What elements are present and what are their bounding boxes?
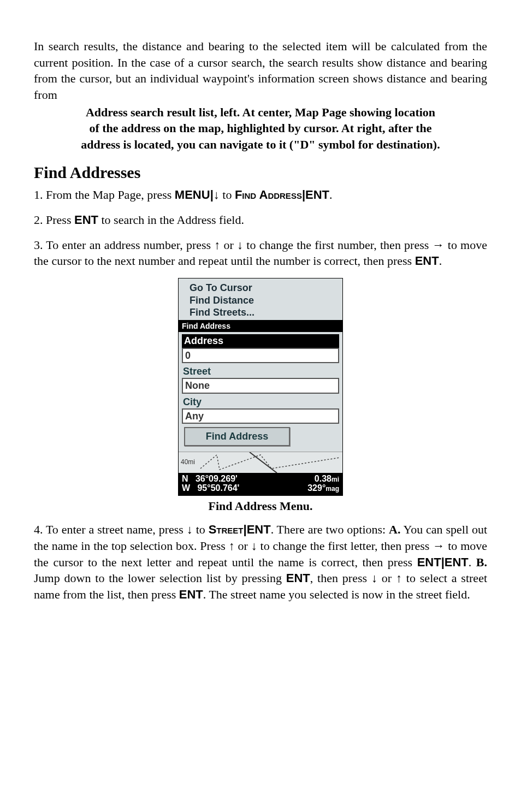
lon-label: W	[182, 483, 190, 493]
ent-key: ENT	[247, 523, 271, 536]
step-1: 1. From the Map Page, press MENU|↓ to Fi…	[34, 187, 487, 203]
step1-text: 1. From the Map Page, press	[34, 188, 175, 201]
down-arrow-icon: ↓	[371, 571, 377, 585]
right-arrow-icon: →	[433, 539, 445, 553]
menu-key: MENU	[175, 188, 210, 201]
device-screenshot: Go To Cursor Find Distance Find Streets.…	[178, 278, 343, 496]
step-3: 3. To enter an address number, press ↑ o…	[34, 237, 487, 269]
section-heading: Find Addresses	[34, 162, 487, 184]
ent-key: ENT	[417, 555, 441, 569]
find-address-panel: Address 0 Street None City Any Find Addr…	[179, 332, 342, 451]
ent-key: ENT	[179, 588, 203, 601]
step3-post: .	[439, 254, 442, 268]
down-arrow-icon: ↓	[214, 188, 220, 201]
figure: Go To Cursor Find Distance Find Streets.…	[34, 278, 487, 514]
status-bar: N 36°09.269' W 95°50.764' 0.38mi 329°mag	[179, 473, 342, 495]
s4-b: Jump down to the lower selection list by…	[34, 571, 286, 585]
city-label: City	[182, 395, 339, 408]
lat-value: 36°09.269'	[196, 474, 238, 483]
address-label-selected: Address	[182, 334, 339, 347]
bearing-unit: mag	[325, 485, 339, 493]
caption-line-1: Address search result list, left. At cen…	[86, 105, 435, 119]
titlebar: Find Address	[179, 320, 342, 333]
down-arrow-icon: ↓	[187, 523, 193, 536]
right-arrow-icon: →	[433, 238, 445, 252]
down-arrow-icon: ↓	[237, 238, 243, 252]
s4-or2: or	[377, 571, 396, 585]
step3-or: or	[220, 238, 237, 252]
s4-pre: 4. To enter a street name, press	[34, 523, 187, 536]
city-input[interactable]: Any	[182, 408, 339, 424]
option-b-label: B.	[476, 555, 487, 569]
up-arrow-icon: ↑	[229, 539, 235, 553]
caption-line-2: of the address on the map, highlighted b…	[89, 121, 431, 135]
step3-pre: 3. To enter an address number, press	[34, 238, 214, 252]
caption-line-3: address is located, you can navigate to …	[81, 138, 440, 151]
s4-post1: . There are two options:	[271, 523, 389, 536]
street-label: Street	[182, 365, 339, 378]
figure-caption: Find Address Menu.	[34, 498, 487, 514]
find-address-button[interactable]: Find Address	[184, 427, 290, 446]
down-arrow-icon: ↓	[251, 539, 257, 553]
step1-post: .	[329, 188, 333, 201]
up-arrow-icon: ↑	[214, 238, 220, 252]
ent-key: ENT	[445, 555, 469, 569]
step3-mid: to change the first number, then press	[243, 238, 432, 252]
menu-item-find-streets[interactable]: Find Streets...	[190, 306, 338, 319]
coordinates: N 36°09.269' W 95°50.764'	[182, 474, 239, 493]
distance-bearing: 0.38mi 329°mag	[307, 474, 339, 493]
step-2: 2. Press ENT to search in the Address fi…	[34, 212, 487, 228]
distance-value: 0.38	[315, 474, 331, 483]
option-a-label: A.	[389, 523, 400, 536]
lat-label: N	[182, 474, 188, 483]
street-label-kbd: Street	[209, 523, 244, 536]
menu-item-find-distance[interactable]: Find Distance	[190, 294, 338, 307]
bearing-value: 329	[307, 483, 322, 493]
s4-a4: .	[469, 555, 476, 569]
ent-key: ENT	[305, 188, 329, 201]
step1-to: to	[220, 188, 235, 201]
step-4: 4. To enter a street name, press ↓ to St…	[34, 521, 487, 602]
road-line-icon	[179, 452, 342, 473]
step2-post: to search in the Address field.	[98, 213, 244, 227]
find-address-label: Find Address	[235, 188, 302, 201]
menu-item-go-to-cursor[interactable]: Go To Cursor	[190, 282, 338, 294]
street-input[interactable]: None	[182, 378, 339, 393]
distance-unit: mi	[331, 476, 339, 483]
up-arrow-icon: ↑	[396, 571, 402, 585]
caption-top: Address search result list, left. At cen…	[34, 104, 487, 153]
s4-b2: , then press	[310, 571, 371, 585]
s4-or: or	[235, 539, 251, 553]
context-menu: Go To Cursor Find Distance Find Streets.…	[179, 278, 342, 320]
step2-pre: 2. Press	[34, 213, 74, 227]
s4-b4: . The street name you selected is now in…	[203, 588, 470, 601]
ent-key: ENT	[286, 571, 310, 585]
s4-to: to	[193, 523, 209, 536]
intro-paragraph: In search results, the distance and bear…	[34, 38, 487, 103]
map-preview: 40mi	[179, 452, 342, 473]
ent-key: ENT	[415, 254, 439, 268]
lon-value: 95°50.764'	[197, 483, 239, 493]
ent-key: ENT	[74, 213, 98, 227]
s4-a2: to change the first letter, then press	[257, 539, 433, 553]
address-input[interactable]: 0	[182, 348, 339, 363]
